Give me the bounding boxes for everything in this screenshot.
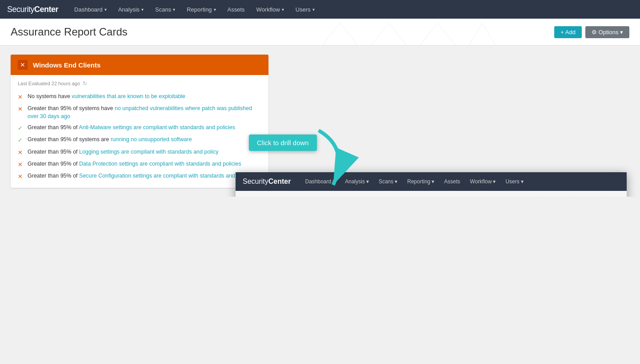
overlay-nav-scans[interactable]: Scans▾ — [374, 172, 402, 191]
chevron-down-icon: ▾ — [395, 178, 397, 185]
chevron-down-icon: ▾ — [214, 7, 216, 12]
arc-item-4: ✕ Greater than 95% of Logging settings a… — [18, 146, 261, 158]
chevron-down-icon: ▾ — [173, 7, 175, 12]
arc-item-5: ✕ Greater than 95% of Data Protection se… — [18, 158, 261, 170]
svg-marker-1 — [371, 23, 407, 45]
chevron-down-icon: ▾ — [493, 178, 496, 185]
top-navbar: SecurityCenter Dashboard ▾ Analysis ▾ Sc… — [0, 0, 640, 19]
chevron-down-icon: ▾ — [366, 178, 369, 185]
fail-icon: ✕ — [18, 105, 24, 113]
pass-icon: ✓ — [18, 124, 24, 132]
arc-card-title: Windows End Clients — [33, 61, 100, 69]
link-unpatched[interactable]: no unpatched vulnerabilities where patch… — [28, 105, 252, 119]
arc-subtitle: Last Evaluated 22 hours ago ↻ — [18, 80, 261, 87]
arc-card-body: Last Evaluated 22 hours ago ↻ ✕ No syste… — [11, 75, 268, 188]
overlay-nav-reporting[interactable]: Reporting▾ — [403, 172, 439, 191]
fail-icon: ✕ — [18, 161, 24, 169]
link-logging[interactable]: Logging settings are compliant with stan… — [79, 149, 218, 155]
arc-item-0: ✕ No systems have vulnerabilities that a… — [18, 91, 261, 103]
nav-reporting[interactable]: Reporting ▾ — [181, 0, 221, 19]
chevron-down-icon: ▾ — [432, 178, 434, 185]
brand-bold: Center — [34, 5, 58, 14]
header-actions: + Add ⚙ Options ▾ — [554, 26, 629, 38]
fail-icon: ✕ — [18, 149, 24, 157]
refresh-icon[interactable]: ↻ — [83, 80, 87, 87]
nav-users[interactable]: Users ▾ — [290, 0, 320, 19]
arc-card-header: ✕ Windows End Clients — [11, 55, 268, 75]
svg-marker-0 — [322, 23, 358, 45]
arc-item-6: ✕ Greater than 95% of Secure Configurati… — [18, 170, 261, 182]
nav-workflow[interactable]: Workflow ▾ — [251, 0, 289, 19]
page-title: Assurance Report Cards — [11, 26, 128, 38]
chevron-down-icon: ▾ — [104, 7, 107, 12]
options-button[interactable]: ⚙ Options ▾ — [585, 26, 629, 38]
fail-icon: ✕ — [18, 173, 24, 181]
svg-marker-2 — [420, 23, 456, 45]
fail-icon: ✕ — [18, 93, 24, 101]
nav-scans[interactable]: Scans ▾ — [150, 0, 180, 19]
pass-icon: ✓ — [18, 136, 24, 144]
add-button[interactable]: + Add — [554, 26, 582, 38]
arc-item-3: ✓ Greater than 95% of systems are runnin… — [18, 134, 261, 146]
link-secureconfig[interactable]: Secure Configuration settings are compli… — [79, 173, 248, 179]
arc-item-2: ✓ Greater than 95% of Anti-Malware setti… — [18, 122, 261, 134]
overlay-body: Dashboard Analysis Workflow ~ Vulnerabil… — [236, 191, 627, 197]
main-nav: Dashboard ▾ Analysis ▾ Scans ▾ Reporting… — [69, 0, 320, 19]
link-vulnerabilities[interactable]: vulnerabilities that are known to be exp… — [72, 93, 185, 99]
svg-marker-3 — [469, 23, 496, 45]
link-dataprotect[interactable]: Data Protection settings are compliant w… — [79, 161, 241, 167]
nav-dashboard[interactable]: Dashboard ▾ — [69, 0, 112, 19]
chevron-down-icon: ▾ — [521, 178, 524, 185]
nav-analysis[interactable]: Analysis ▾ — [113, 0, 149, 19]
brand-logo: SecurityCenter — [7, 5, 58, 14]
arc-item-1: ✕ Greater than 95% of systems have no un… — [18, 103, 261, 122]
overlay-nav-users[interactable]: Users▾ — [501, 172, 528, 191]
chevron-down-icon: ▾ — [282, 7, 284, 12]
chevron-down-icon: ▾ — [141, 7, 144, 12]
overlay-brand: SecurityCenter — [243, 178, 291, 186]
link-antimalware[interactable]: Anti-Malware settings are compliant with… — [79, 124, 235, 131]
chevron-down-icon: ▾ — [312, 7, 315, 12]
overlay-nav-workflow[interactable]: Workflow▾ — [465, 172, 500, 191]
link-unsupported[interactable]: running no unsupported software — [111, 136, 192, 142]
page-header: Assurance Report Cards + Add ⚙ Options ▾ — [0, 19, 640, 46]
nav-assets[interactable]: Assets — [222, 0, 250, 19]
close-button[interactable]: ✕ — [18, 60, 28, 70]
main-content: ✕ Windows End Clients Last Evaluated 22 … — [0, 46, 640, 197]
arc-card: ✕ Windows End Clients Last Evaluated 22 … — [11, 55, 268, 188]
overlay-nav-assets[interactable]: Assets — [440, 172, 464, 191]
